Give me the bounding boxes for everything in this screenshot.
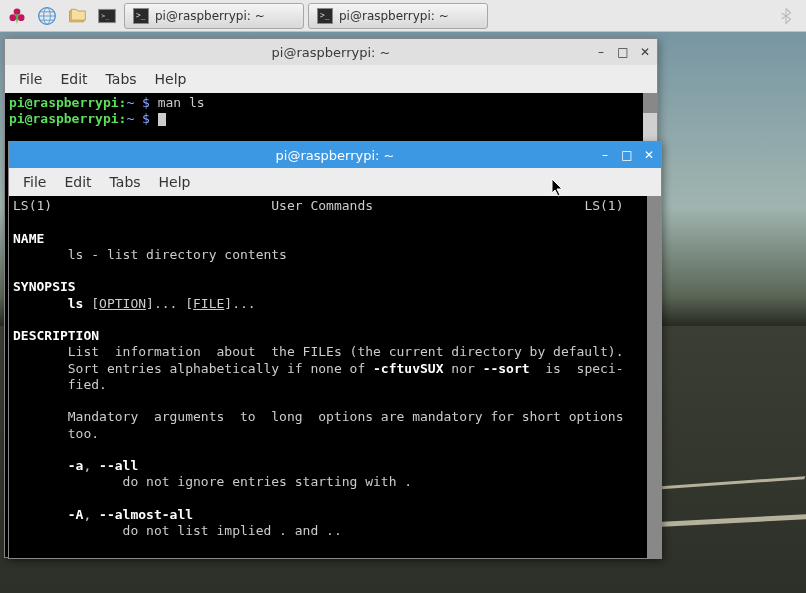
svg-point-1 xyxy=(10,14,17,21)
desc-line: List information about the FILEs (the cu… xyxy=(68,344,624,359)
man-header-center: User Commands xyxy=(271,198,373,213)
opt-A-desc: do not list implied . and .. xyxy=(123,523,342,538)
minimize-button[interactable]: – xyxy=(597,147,613,163)
menu-tabs[interactable]: Tabs xyxy=(102,172,149,192)
files-icon[interactable] xyxy=(64,3,90,29)
menu-help[interactable]: Help xyxy=(147,69,195,89)
command-text: man ls xyxy=(158,95,205,110)
section-synopsis: SYNOPSIS xyxy=(13,279,76,294)
maximize-button[interactable]: □ xyxy=(615,44,631,60)
terminal-window-foreground[interactable]: pi@raspberrypi: ~ – □ ✕ File Edit Tabs H… xyxy=(8,141,662,559)
desc-line: fied. xyxy=(68,377,107,392)
man-header-right: LS(1) xyxy=(584,198,623,213)
scrollbar-thumb[interactable] xyxy=(647,196,661,558)
window-titlebar[interactable]: pi@raspberrypi: ~ – □ ✕ xyxy=(5,39,657,65)
terminal-content[interactable]: LS(1) User Commands LS(1) NAME ls - list… xyxy=(9,196,661,558)
close-button[interactable]: ✕ xyxy=(641,147,657,163)
prompt-dollar: $ xyxy=(142,95,150,110)
syn-cmd: ls xyxy=(68,296,84,311)
man-header-left: LS(1) xyxy=(13,198,52,213)
menu-help[interactable]: Help xyxy=(151,172,199,192)
minimize-button[interactable]: – xyxy=(593,44,609,60)
taskbar-button-label: pi@raspberrypi: ~ xyxy=(339,9,449,23)
cursor xyxy=(158,113,166,126)
terminal-mini-icon: >_ xyxy=(133,8,149,24)
desc-line: too. xyxy=(68,426,99,441)
window-title: pi@raspberrypi: ~ xyxy=(272,45,391,60)
taskbar-button-label: pi@raspberrypi: ~ xyxy=(155,9,265,23)
desc-line: Sort entries alphabetically if none of xyxy=(68,361,373,376)
menu-tabs[interactable]: Tabs xyxy=(98,69,145,89)
svg-point-2 xyxy=(18,14,25,21)
section-description: DESCRIPTION xyxy=(13,328,99,343)
mouse-cursor xyxy=(551,178,565,198)
taskbar: >_ >_ pi@raspberrypi: ~ >_ pi@raspberryp… xyxy=(0,0,806,32)
section-name: NAME xyxy=(13,231,44,246)
taskbar-window-button-2[interactable]: >_ pi@raspberrypi: ~ xyxy=(308,3,488,29)
prompt-user: pi@raspberrypi xyxy=(9,95,119,110)
window-title: pi@raspberrypi: ~ xyxy=(276,148,395,163)
opt-author: --author xyxy=(68,556,131,559)
menu-file[interactable]: File xyxy=(11,69,50,89)
bluetooth-icon[interactable] xyxy=(774,4,798,28)
name-line: ls - list directory contents xyxy=(68,247,287,262)
maximize-button[interactable]: □ xyxy=(619,147,635,163)
taskbar-window-button-1[interactable]: >_ pi@raspberrypi: ~ xyxy=(124,3,304,29)
terminal-icon[interactable]: >_ xyxy=(94,3,120,29)
opt-a-desc: do not ignore entries starting with . xyxy=(123,474,413,489)
terminal-mini-icon: >_ xyxy=(317,8,333,24)
opt-A-long: --almost-all xyxy=(99,507,193,522)
syn-file: FILE xyxy=(193,296,224,311)
syn-option: OPTION xyxy=(99,296,146,311)
menu-edit[interactable]: Edit xyxy=(52,69,95,89)
window-titlebar[interactable]: pi@raspberrypi: ~ – □ ✕ xyxy=(9,142,661,168)
scrollbar-thumb[interactable] xyxy=(643,93,657,113)
menubar: File Edit Tabs Help xyxy=(5,65,657,93)
scrollbar[interactable] xyxy=(647,196,661,558)
opt-a: -a xyxy=(68,458,84,473)
desc-line: Mandatory arguments to long options are … xyxy=(68,409,624,424)
svg-text:>_: >_ xyxy=(101,11,109,19)
menu-icon[interactable] xyxy=(4,3,30,29)
prompt-path: ~ xyxy=(126,95,134,110)
opt-A: -A xyxy=(68,507,84,522)
opt-a-long: --all xyxy=(99,458,138,473)
svg-point-0 xyxy=(14,8,21,15)
menu-edit[interactable]: Edit xyxy=(56,172,99,192)
close-button[interactable]: ✕ xyxy=(637,44,653,60)
menu-file[interactable]: File xyxy=(15,172,54,192)
browser-icon[interactable] xyxy=(34,3,60,29)
